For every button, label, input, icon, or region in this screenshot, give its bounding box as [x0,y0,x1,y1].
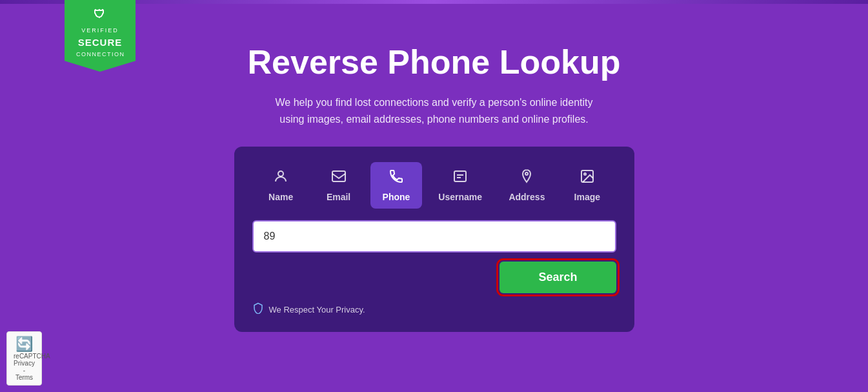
shield-icon: 🛡 [76,6,124,23]
svg-point-3 [525,172,528,175]
tab-name[interactable]: Name [255,162,307,209]
recaptcha-widget: 🔄 reCAPTCHA Privacy - Terms [6,331,42,386]
tab-name-label: Name [268,192,293,202]
connection-label: CONNECTION [76,51,125,57]
image-icon [580,169,595,188]
svg-rect-2 [454,171,466,181]
recaptcha-logo: 🔄 [14,336,35,353]
svg-point-5 [584,173,586,175]
page-subtitle: We help you find lost connections and ve… [273,94,596,127]
tab-image[interactable]: Image [561,162,613,209]
phone-icon [389,169,404,188]
privacy-row: We Respect Your Privacy. [252,302,616,316]
tab-bar: Name Email Phone [252,162,616,209]
privacy-text: We Respect Your Privacy. [269,305,365,315]
recaptcha-terms: Privacy - Terms [14,360,35,381]
svg-rect-1 [332,171,345,181]
tab-address-label: Address [509,192,545,202]
input-row [252,220,616,253]
tab-image-label: Image [574,192,600,202]
tab-address[interactable]: Address [498,162,555,209]
tab-phone-label: Phone [383,192,410,202]
search-button[interactable]: Search [500,262,616,293]
button-row: Search [252,262,616,293]
privacy-shield-icon [252,302,264,316]
verified-badge: 🛡 VERIFIED SECURE CONNECTION [65,0,136,72]
tab-phone[interactable]: Phone [370,162,422,209]
email-icon [331,169,347,188]
secure-label: SECURE [78,37,123,48]
address-icon [519,169,534,188]
person-icon [273,169,288,188]
tab-username-label: Username [438,192,482,202]
tab-username[interactable]: Username [428,162,492,209]
recaptcha-label: reCAPTCHA [14,353,35,360]
svg-point-0 [278,171,283,176]
verified-label: VERIFIED [81,27,119,34]
phone-input[interactable] [252,220,616,253]
tab-email[interactable]: Email [313,162,365,209]
username-icon [452,169,468,188]
search-card: Name Email Phone [234,147,634,332]
tab-email-label: Email [327,192,350,202]
page-title: Reverse Phone Lookup [248,43,621,81]
